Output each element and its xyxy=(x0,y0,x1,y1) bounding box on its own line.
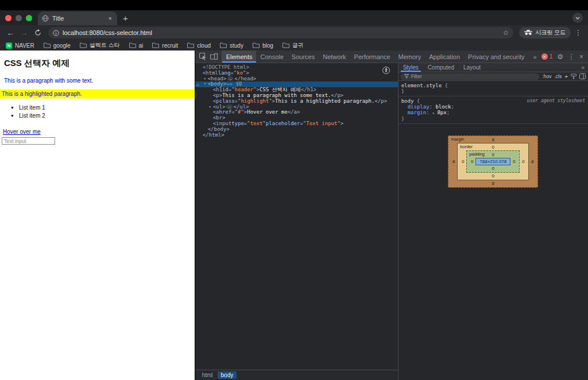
device-toolbar-icon[interactable] xyxy=(210,53,218,60)
filter-funnel-icon xyxy=(404,74,409,79)
breadcrumb-body[interactable]: body xyxy=(218,371,237,379)
css-rules: element.style {}body {user agent stylesh… xyxy=(399,81,588,124)
sidebar-tab-computed[interactable]: Computed xyxy=(423,63,459,72)
css-rule[interactable]: element.style {} xyxy=(399,81,588,96)
back-button[interactable]: ← xyxy=(5,27,16,38)
pseudo-state-toggle[interactable]: :hov xyxy=(542,73,551,79)
folder-icon xyxy=(283,42,289,48)
info-icon[interactable] xyxy=(53,30,59,36)
bookmark-label: 셀렉트 스타 xyxy=(90,41,120,49)
box-model-border[interactable]: border 0 0 padding 0 0 78 xyxy=(457,143,529,180)
box-model-padding[interactable]: padding 0 0 788×210.078 0 0 xyxy=(466,150,520,173)
web-page: CSS 선택자 예제 This is a paragraph with some… xyxy=(0,51,195,380)
devtools-menu-icon[interactable]: ⋮ xyxy=(568,53,575,61)
bookmark-label: google xyxy=(53,42,71,49)
url-bar[interactable]: localhost:8080/css-selector.html ☆ xyxy=(48,27,513,38)
bookmark-item[interactable]: 셀렉트 스타 xyxy=(80,41,120,49)
devtools-tab-network[interactable]: Network xyxy=(319,51,350,63)
bookmark-label: cloud xyxy=(197,42,211,49)
error-icon: × xyxy=(541,53,548,60)
browser-menu-button[interactable]: ⋮ xyxy=(573,29,583,37)
text-input[interactable] xyxy=(2,137,55,145)
css-property[interactable]: margin: ▸ 8px; xyxy=(401,110,586,116)
bookmark-item[interactable]: 글귀 xyxy=(283,41,304,49)
dom-breadcrumbs: htmlbody xyxy=(195,370,398,380)
box-model-content[interactable]: 788×210.078 xyxy=(475,158,510,165)
more-tabs-icon[interactable]: » xyxy=(533,53,537,60)
url-text: localhost:8080/css-selector.html xyxy=(63,29,499,36)
folder-icon xyxy=(80,42,87,48)
folder-icon xyxy=(44,42,51,48)
dom-tree-node[interactable]: </body> xyxy=(195,127,398,133)
devtools-tab-console[interactable]: Console xyxy=(256,51,287,63)
styles-sidebar: StylesComputedLayout » Filter :hov .cls … xyxy=(399,63,588,380)
new-tab-button[interactable]: + xyxy=(123,13,128,23)
devtools-tab-application[interactable]: Application xyxy=(425,51,464,63)
rendering-emulation-icon[interactable] xyxy=(571,73,577,79)
devtools-tab-privacy-and-security[interactable]: Privacy and security xyxy=(464,51,528,63)
macos-menubar xyxy=(0,0,588,10)
sidebar-tab-layout[interactable]: Layout xyxy=(459,63,485,72)
list-item: List item 2 xyxy=(19,113,195,119)
folder-icon xyxy=(253,42,260,48)
list-item: List item 1 xyxy=(19,104,195,111)
inspect-element-icon[interactable] xyxy=(199,53,207,60)
dom-tree: <!DOCTYPE html><html lang="ko">▸<head>…<… xyxy=(195,63,398,370)
settings-gear-icon[interactable]: ⚙ xyxy=(557,53,563,61)
tab-strip: Title × + xyxy=(0,10,588,25)
devtools-tab-elements[interactable]: Elements xyxy=(222,51,257,63)
bookmark-label: study xyxy=(230,42,243,49)
tab-search-button[interactable] xyxy=(572,13,583,23)
bookmarks-bar: NNAVERgoogle셀렉트 스타airecruitcloudstudyblo… xyxy=(0,40,588,51)
tab-close-icon[interactable]: × xyxy=(107,15,113,22)
class-toggle[interactable]: .cls xyxy=(554,73,562,79)
folder-icon xyxy=(129,42,136,48)
devtools-tab-performance[interactable]: Performance xyxy=(350,51,394,63)
bookmark-label: recruit xyxy=(162,42,178,49)
box-model-margin[interactable]: margin 8 8 border 0 0 padding xyxy=(448,135,538,188)
sidebar-tab-styles[interactable]: Styles xyxy=(399,63,423,72)
sidebar-more-tabs-icon[interactable]: » xyxy=(578,63,588,72)
devtools-tab-memory[interactable]: Memory xyxy=(394,51,425,63)
bookmark-item[interactable]: cloud xyxy=(187,42,211,49)
computed-panel-icon[interactable] xyxy=(579,73,586,79)
bookmark-label: NAVER xyxy=(15,42,34,49)
dom-tree-node[interactable]: </html> xyxy=(195,133,398,138)
new-style-rule-button[interactable]: + xyxy=(564,73,568,80)
forward-button[interactable]: → xyxy=(18,27,30,38)
incognito-label: 시크릿 모드 xyxy=(535,29,566,37)
styles-filter-row: Filter :hov .cls + xyxy=(399,72,588,81)
incognito-icon xyxy=(524,30,532,36)
tab-title: Title xyxy=(52,15,104,22)
devtools-close-icon[interactable]: × xyxy=(579,53,583,61)
minimize-window-button[interactable] xyxy=(16,15,22,21)
browser-tab[interactable]: Title × xyxy=(38,11,117,25)
devtools-tab-sources[interactable]: Sources xyxy=(288,51,319,63)
close-window-button[interactable] xyxy=(5,15,11,21)
bookmark-star-icon[interactable]: ☆ xyxy=(502,29,509,37)
bookmark-item[interactable]: ai xyxy=(129,42,144,49)
hover-link[interactable]: Hover over me xyxy=(3,129,41,135)
dom-tree-node[interactable]: <p class="highlight">This is a highlight… xyxy=(195,99,398,104)
page-title: CSS 선택자 예제 xyxy=(4,58,195,69)
devtools-panel: ElementsConsoleSourcesNetworkPerformance… xyxy=(195,51,588,380)
bookmark-item[interactable]: google xyxy=(44,42,71,49)
css-rule[interactable]: body {user agent stylesheetdisplay: bloc… xyxy=(399,96,588,124)
zoom-window-button[interactable] xyxy=(26,15,32,21)
bookmark-item[interactable]: study xyxy=(220,42,243,49)
reload-icon xyxy=(34,29,41,36)
styles-filter-input[interactable]: Filter xyxy=(401,73,540,80)
dom-tree-node[interactable]: <a href="#">Hover over me</a> xyxy=(195,110,398,115)
bookmark-item[interactable]: recruit xyxy=(152,42,178,49)
bookmark-label: 글귀 xyxy=(292,41,304,49)
browser-toolbar: ← → localhost:8080/css-selector.html ☆ 시… xyxy=(0,25,588,40)
stylesheet-origin: user agent stylesheet xyxy=(527,98,585,104)
bookmark-item[interactable]: blog xyxy=(253,42,273,49)
folder-icon xyxy=(187,42,194,48)
error-badge[interactable]: × 1 xyxy=(541,53,553,60)
css-property[interactable]: display: block; xyxy=(401,104,586,110)
bookmark-item[interactable]: NNAVER xyxy=(6,42,34,49)
naver-icon: N xyxy=(6,42,12,49)
breadcrumb-html[interactable]: html xyxy=(199,371,216,379)
reload-button[interactable] xyxy=(32,27,44,38)
